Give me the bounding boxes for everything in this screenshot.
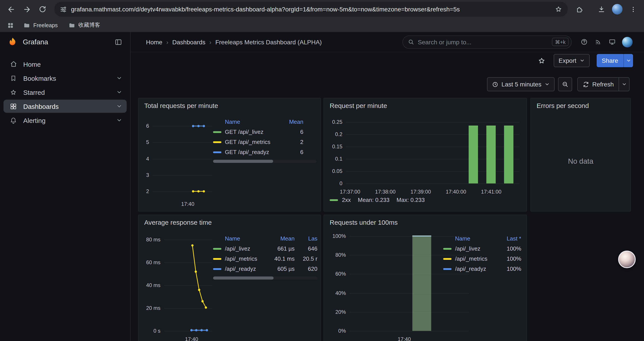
legend-header-mean[interactable]: Mean <box>282 119 303 125</box>
breadcrumb-dashboards[interactable]: Dashboards <box>172 38 206 46</box>
grafana-logo[interactable] <box>7 37 18 48</box>
star-dashboard-icon[interactable] <box>536 55 547 66</box>
bookmark-folder-freeleaps[interactable]: Freeleaps <box>19 20 62 31</box>
sidebar-item-dashboards[interactable]: Dashboards <box>4 100 127 113</box>
star-icon <box>9 88 18 96</box>
sidebar-item-label: Home <box>23 60 122 68</box>
extensions-icon[interactable] <box>572 2 587 17</box>
search-input[interactable] <box>418 38 548 46</box>
sidebar-item-starred[interactable]: Starred <box>4 86 127 99</box>
assistant-avatar-button[interactable] <box>618 251 636 268</box>
legend-series-last: 100% <box>497 245 521 252</box>
scrollbar-thumb[interactable] <box>213 276 274 279</box>
chevron-down-icon[interactable] <box>116 117 122 123</box>
series-color-dash <box>213 141 222 143</box>
legend-header-name[interactable]: Name <box>455 235 497 242</box>
screen: grafana.mathmast.com/d/deytv4rwavabkb/fr… <box>0 0 644 341</box>
series-color-dash <box>443 248 452 249</box>
time-range-label: Last 5 minutes <box>502 81 542 88</box>
legend-max-stat: Max: 0.233 <box>396 197 425 203</box>
sidebar-header: Grafana <box>0 32 130 52</box>
sidebar-item-label: Starred <box>23 88 116 96</box>
panel-title[interactable]: Errors per second <box>536 102 589 109</box>
site-settings-icon[interactable] <box>60 6 67 13</box>
legend-header-name[interactable]: Name <box>225 235 266 242</box>
series-color-dash <box>213 258 222 260</box>
legend-series-name[interactable]: GET /api/_readyz <box>225 149 282 155</box>
bookmark-icon <box>9 74 18 82</box>
legend-scrollbar[interactable] <box>213 160 316 163</box>
url-bar[interactable]: grafana.mathmast.com/d/deytv4rwavabkb/fr… <box>54 2 568 17</box>
profile-avatar-image <box>612 4 622 15</box>
panel-request-per-minute: Request per minute 0.250.20.150.10.05017… <box>324 98 527 212</box>
dashboard-controls: Export Share <box>131 52 644 69</box>
header-icons <box>577 35 632 49</box>
bookmark-label: 收藏博客 <box>78 22 100 29</box>
scrollbar-thumb[interactable] <box>213 160 273 163</box>
share-menu-caret[interactable] <box>624 54 633 67</box>
chevron-down-icon[interactable] <box>116 103 122 109</box>
refresh-icon <box>582 81 589 88</box>
bookmark-star-icon[interactable] <box>554 5 562 13</box>
bookmark-folder-blogs[interactable]: 收藏博客 <box>64 20 104 31</box>
search-input-box[interactable]: ⌘+k <box>402 35 572 49</box>
legend-scrollbar[interactable] <box>213 276 318 279</box>
legend-series-name[interactable]: /api/_livez <box>225 245 266 252</box>
legend-series-name[interactable]: /api/_metrics <box>225 255 266 262</box>
folder-icon <box>68 22 75 29</box>
back-button[interactable] <box>4 2 18 17</box>
zoom-out-time-icon[interactable] <box>558 77 572 91</box>
refresh-interval-caret[interactable] <box>618 78 629 91</box>
downloads-icon[interactable] <box>594 2 609 17</box>
legend-header-name[interactable]: Name <box>225 119 282 125</box>
legend-header-last[interactable]: Last * <box>497 235 521 242</box>
search-icon <box>408 39 414 45</box>
monitor-icon[interactable] <box>605 35 619 49</box>
sidebar-item-label: Alerting <box>23 117 116 124</box>
series-color-dash <box>330 199 338 201</box>
legend-table: Name Mean GET /api/_livez 6 GET /api/_me… <box>213 117 316 163</box>
bookmark-label: Freeleaps <box>33 22 58 28</box>
panel-chart[interactable]: 0.250.20.150.10.05017:37:0017:38:0017:39… <box>324 98 526 211</box>
sidebar-item-label: Dashboards <box>23 103 116 110</box>
sidebar: Grafana Home Bookmarks <box>0 32 131 341</box>
legend-table: Name Last * /api/_livez 100% /api/_metri… <box>443 233 521 274</box>
legend-series-last: 20.5 r <box>294 255 318 262</box>
legend-series-name[interactable]: GET /api/_metrics <box>225 139 282 145</box>
sidebar-item-alerting[interactable]: Alerting <box>4 114 127 127</box>
user-avatar[interactable] <box>622 37 632 47</box>
legend-series-mean: 605 µs <box>266 265 294 272</box>
legend-series-name[interactable]: /api/_readyz <box>225 265 266 272</box>
rss-icon[interactable] <box>591 35 605 49</box>
sidebar-item-home[interactable]: Home <box>4 58 127 71</box>
legend-series-name[interactable]: /api/_readyz <box>455 265 497 272</box>
menu-kebab-icon[interactable] <box>626 2 640 17</box>
bookmarks-bar: Freeleaps 收藏博客 <box>0 19 644 32</box>
forward-button[interactable] <box>19 2 34 17</box>
collapse-sidebar-icon[interactable] <box>112 36 125 49</box>
chevron-down-icon[interactable] <box>116 89 122 95</box>
legend-series-name[interactable]: /api/_metrics <box>455 255 497 262</box>
refresh-button[interactable]: Refresh <box>578 78 618 91</box>
help-icon[interactable] <box>577 35 591 49</box>
share-button[interactable]: Share <box>596 54 624 67</box>
legend-row: /api/_readyz 605 µs 620 <box>213 264 318 274</box>
chevron-down-icon[interactable] <box>116 75 122 81</box>
legend-series-name[interactable]: /api/_livez <box>455 245 497 252</box>
apps-grid-icon[interactable] <box>4 20 17 31</box>
profile-avatar[interactable] <box>610 2 625 17</box>
legend-row: /api/_readyz 100% <box>443 264 521 274</box>
legend-header-mean[interactable]: Mean <box>266 235 294 242</box>
reload-button[interactable] <box>35 2 50 17</box>
legend-header-last[interactable]: Las <box>294 235 318 242</box>
legend-series-name[interactable]: 2xx <box>342 197 351 203</box>
breadcrumb-separator: › <box>209 38 211 46</box>
sidebar-item-bookmarks[interactable]: Bookmarks <box>4 72 127 85</box>
breadcrumb-home[interactable]: Home <box>146 38 162 46</box>
refresh-label: Refresh <box>592 81 614 88</box>
clock-icon <box>492 81 498 88</box>
legend-series-name[interactable]: GET /api/_livez <box>225 129 282 135</box>
export-button[interactable]: Export <box>554 54 590 67</box>
time-range-picker[interactable]: Last 5 minutes <box>487 77 554 91</box>
legend-mean-stat: Mean: 0.233 <box>358 197 390 203</box>
